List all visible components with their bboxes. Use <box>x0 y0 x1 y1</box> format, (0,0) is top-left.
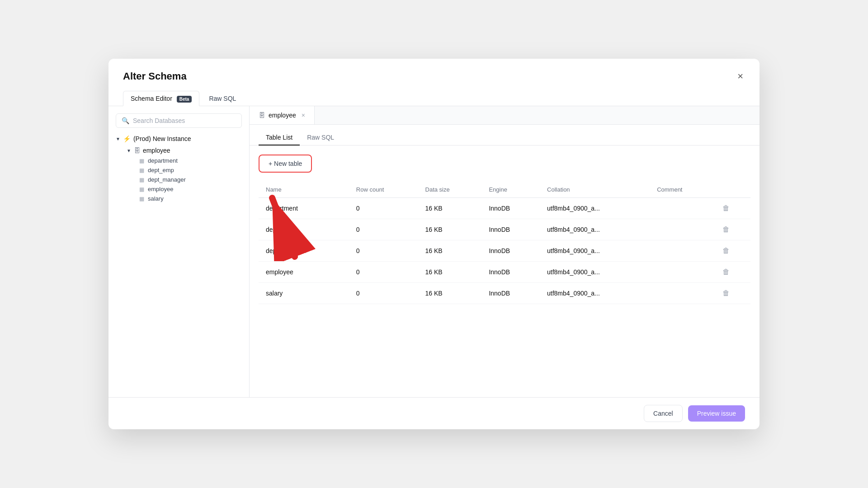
database-header[interactable]: ▼ 🗄 employee <box>127 145 242 156</box>
cell-data-size: 16 KB <box>418 262 482 283</box>
preview-issue-button[interactable]: Preview issue <box>688 405 745 422</box>
table-icon: ▦ <box>139 167 144 174</box>
table-icon: ▦ <box>139 177 144 183</box>
table-row: employee 0 16 KB InnoDB utf8mb4_0900_a..… <box>259 262 750 283</box>
cell-name: employee <box>259 262 349 283</box>
tab-bar: 🗄 employee × <box>250 106 760 125</box>
cell-delete[interactable]: 🗑 <box>715 283 750 304</box>
cancel-button[interactable]: Cancel <box>644 405 683 422</box>
cell-name: dept_manager <box>259 240 349 262</box>
table-icon: ▦ <box>139 196 144 202</box>
cell-data-size: 16 KB <box>418 240 482 262</box>
cell-collation: utf8mb4_0900_a... <box>540 219 650 240</box>
cell-comment <box>650 219 715 240</box>
instance-header[interactable]: ▼ ⚡ (Prod) New Instance <box>116 133 242 144</box>
tab-raw-sql[interactable]: Raw SQL <box>201 91 244 106</box>
cell-engine: InnoDB <box>481 283 540 304</box>
table-name-label: employee <box>148 186 173 192</box>
col-collation: Collation <box>540 182 650 198</box>
tree-tables: ▦ department ▦ dept_emp ▦ dept_manager <box>139 156 242 203</box>
database-name: employee <box>143 147 170 154</box>
alter-schema-modal: Alter Schema × Schema Editor Beta Raw SQ… <box>108 59 760 429</box>
tree-database: ▼ 🗄 employee ▦ department ▦ <box>127 145 242 203</box>
sidebar-table-employee[interactable]: ▦ employee <box>139 184 242 194</box>
table-row: dept_emp 0 16 KB InnoDB utf8mb4_0900_a..… <box>259 219 750 240</box>
active-db-tab[interactable]: 🗄 employee × <box>250 106 315 124</box>
delete-icon[interactable]: 🗑 <box>722 289 730 297</box>
cell-collation: utf8mb4_0900_a... <box>540 283 650 304</box>
table-row: dept_manager 0 16 KB InnoDB utf8mb4_0900… <box>259 240 750 262</box>
col-data-size: Data size <box>418 182 482 198</box>
col-engine: Engine <box>481 182 540 198</box>
cell-data-size: 16 KB <box>418 198 482 219</box>
cell-comment <box>650 240 715 262</box>
db-tab-name: employee <box>269 112 296 119</box>
cell-engine: InnoDB <box>481 219 540 240</box>
table-name-label: department <box>148 157 178 164</box>
sidebar-table-dept-manager[interactable]: ▦ dept_manager <box>139 175 242 184</box>
cell-row-count: 0 <box>349 219 418 240</box>
table-area: + New table <box>250 145 760 397</box>
cell-row-count: 0 <box>349 283 418 304</box>
table-name-label: salary <box>148 195 164 202</box>
cell-engine: InnoDB <box>481 240 540 262</box>
table-header-row: Name Row count Data size Engine Collatio… <box>259 182 750 198</box>
tab-close-icon[interactable]: × <box>302 112 305 119</box>
tab-schema-editor[interactable]: Schema Editor Beta <box>123 91 199 106</box>
cell-delete[interactable]: 🗑 <box>715 219 750 240</box>
cell-name: department <box>259 198 349 219</box>
sidebar-table-salary[interactable]: ▦ salary <box>139 194 242 203</box>
cell-collation: utf8mb4_0900_a... <box>540 240 650 262</box>
cell-engine: InnoDB <box>481 198 540 219</box>
col-row-count: Row count <box>349 182 418 198</box>
delete-icon[interactable]: 🗑 <box>722 268 730 276</box>
sub-tab-raw-sql[interactable]: Raw SQL <box>300 130 341 145</box>
table-icon: ▦ <box>139 158 144 164</box>
cell-comment <box>650 262 715 283</box>
col-actions <box>715 182 750 198</box>
delete-icon[interactable]: 🗑 <box>722 247 730 254</box>
sidebar-tree: ▼ ⚡ (Prod) New Instance ▼ 🗄 employee <box>116 131 242 390</box>
delete-icon[interactable]: 🗑 <box>722 204 730 212</box>
sub-tab-table-list[interactable]: Table List <box>259 130 300 145</box>
cell-comment <box>650 198 715 219</box>
close-button[interactable]: × <box>736 70 745 83</box>
cell-row-count: 0 <box>349 262 418 283</box>
cell-delete[interactable]: 🗑 <box>715 198 750 219</box>
sub-tabs: Table List Raw SQL <box>250 125 760 145</box>
sidebar-table-department[interactable]: ▦ department <box>139 156 242 165</box>
modal-body: 🔍 ▼ ⚡ (Prod) New Instance ▼ 🗄 <box>108 106 760 397</box>
cell-collation: utf8mb4_0900_a... <box>540 198 650 219</box>
table-name-label: dept_emp <box>148 167 174 174</box>
database-icon: 🗄 <box>134 147 140 154</box>
modal-overlay: Alter Schema × Schema Editor Beta Raw SQ… <box>105 54 763 434</box>
modal-header: Alter Schema × <box>108 59 760 83</box>
data-table: Name Row count Data size Engine Collatio… <box>259 182 750 304</box>
cell-engine: InnoDB <box>481 262 540 283</box>
cell-delete[interactable]: 🗑 <box>715 240 750 262</box>
modal-title: Alter Schema <box>123 70 187 82</box>
cell-comment <box>650 283 715 304</box>
cell-data-size: 16 KB <box>418 219 482 240</box>
delete-icon[interactable]: 🗑 <box>722 225 730 233</box>
modal-tabs: Schema Editor Beta Raw SQL <box>108 83 760 106</box>
tree-instance: ▼ ⚡ (Prod) New Instance ▼ 🗄 employee <box>116 133 242 203</box>
col-name: Name <box>259 182 349 198</box>
cell-collation: utf8mb4_0900_a... <box>540 262 650 283</box>
cell-delete[interactable]: 🗑 <box>715 262 750 283</box>
col-comment: Comment <box>650 182 715 198</box>
cell-name: dept_emp <box>259 219 349 240</box>
table-row: salary 0 16 KB InnoDB utf8mb4_0900_a... … <box>259 283 750 304</box>
main-content: 🗄 employee × Table List Raw SQL + New ta… <box>250 106 760 397</box>
sidebar-table-dept-emp[interactable]: ▦ dept_emp <box>139 165 242 175</box>
chevron-down-icon: ▼ <box>127 148 131 153</box>
new-table-button[interactable]: + New table <box>259 155 312 173</box>
instance-label: (Prod) New Instance <box>133 135 191 142</box>
table-name-label: dept_manager <box>148 176 186 183</box>
table-row: department 0 16 KB InnoDB utf8mb4_0900_a… <box>259 198 750 219</box>
chevron-down-icon: ▼ <box>116 136 120 141</box>
search-icon: 🔍 <box>122 117 129 124</box>
server-icon: ⚡ <box>123 135 131 142</box>
cell-name: salary <box>259 283 349 304</box>
search-input[interactable] <box>133 117 236 124</box>
